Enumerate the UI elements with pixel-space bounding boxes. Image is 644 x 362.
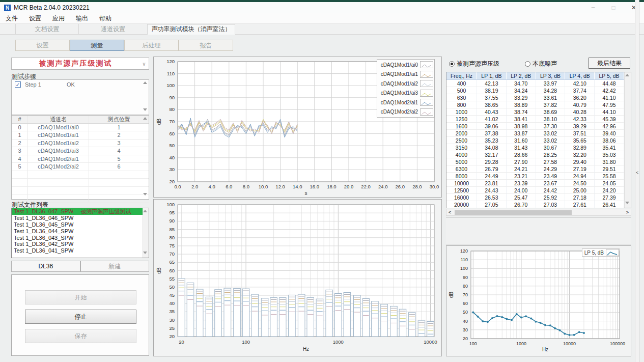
cell: 26.70: [507, 201, 536, 208]
scrollbar-thumb[interactable]: [455, 210, 572, 215]
svg-text:22.0: 22.0: [361, 184, 371, 189]
legend-entry: cDAQ1Mod1/ai1: [378, 70, 433, 79]
svg-text:80: 80: [169, 106, 175, 112]
scroll-up-icon[interactable]: [143, 117, 147, 120]
subtab-measure[interactable]: 测量: [70, 40, 124, 51]
svg-text:0.0: 0.0: [174, 184, 181, 189]
cell: 26.79: [477, 165, 507, 172]
menu-help[interactable]: 帮助: [94, 14, 117, 23]
column-header: LP 3, dB: [536, 72, 566, 79]
dl36-button[interactable]: DL36: [11, 261, 80, 272]
cell: [89, 179, 149, 186]
close-button[interactable]: ✕: [624, 2, 644, 13]
cell: 35.23: [477, 137, 507, 144]
svg-text:100: 100: [460, 266, 468, 271]
menu-output[interactable]: 输出: [70, 14, 94, 23]
list-item[interactable]: Test 1_DL36_042_SPW: [12, 241, 149, 247]
legend-label: cDAQ1Mod2/ai2: [378, 109, 420, 115]
main-tab-strip: 文档设置通道设置声功率测试模块（消声室法）: [0, 24, 644, 35]
table-row: 400032.1728.6628.2532.2035.03: [446, 151, 624, 158]
list-item[interactable]: Test 1_DL36_046_SPW: [12, 215, 149, 221]
channel-table: #通道名测点位置0cDAQ1Mod1/ai011cDAQ1Mod1/ai122c…: [11, 115, 149, 200]
list-item[interactable]: Test 1_DL36_047_SPW被测声源声压级测试: [12, 208, 149, 215]
svg-text:50: 50: [169, 143, 175, 148]
cell: 24.50: [565, 180, 595, 186]
menu-application[interactable]: 应用: [47, 14, 70, 23]
cell: 5000: [446, 158, 477, 165]
cell: 44.48: [595, 80, 624, 87]
test-type-combobox[interactable]: 被测声源声压级测试 ∨: [11, 58, 149, 70]
legend-label: cDAQ1Mod1/ai2: [378, 81, 420, 87]
chart-legend: LP 5, dB: [582, 248, 620, 257]
frequency-table-header: Freq., HzLP 1, dBLP 2, dBLP 3, dBLP 4, d…: [446, 72, 624, 80]
cell: 42.42: [595, 87, 624, 94]
list-item[interactable]: Test 1_DL36_045_SPW: [12, 221, 149, 228]
checkbox-icon[interactable]: ✓: [15, 81, 21, 88]
legend-swatch-icon: [420, 71, 433, 78]
cell: 3: [12, 147, 28, 155]
scroll-down-icon[interactable]: [143, 193, 147, 196]
maximize-button[interactable]: □: [603, 2, 624, 13]
scroll-right-icon[interactable]: >: [626, 210, 629, 215]
stop-button[interactable]: 停止: [25, 310, 136, 324]
panel-splitter[interactable]: <: [635, 0, 639, 362]
list-item[interactable]: Test 1_DL36_041_SPW: [12, 247, 149, 254]
menu-file[interactable]: 文件: [0, 14, 23, 23]
scroll-down-icon[interactable]: [625, 202, 629, 204]
start-button[interactable]: 开始: [25, 290, 136, 304]
cell: 34.70: [507, 80, 536, 87]
cell: 26.41: [595, 201, 624, 208]
svg-text:24.0: 24.0: [378, 184, 388, 189]
svg-text:60: 60: [169, 268, 175, 273]
table-row: 800024.4923.2123.4924.9425.58: [446, 173, 624, 180]
scroll-down-icon[interactable]: [143, 252, 147, 254]
svg-text:60: 60: [169, 131, 175, 136]
step-row[interactable]: ✓Step 1OK: [12, 80, 149, 89]
cell: 23.21: [507, 173, 536, 179]
cell: 33.02: [536, 137, 566, 144]
svg-text:40: 40: [169, 155, 175, 160]
subtab-setup[interactable]: 设置: [15, 40, 70, 51]
table-row: 125041.0238.4138.1042.3345.39: [446, 116, 624, 123]
radio-source-level[interactable]: 被测声源声压级: [449, 60, 499, 68]
svg-text:70: 70: [169, 119, 175, 124]
scroll-left-icon[interactable]: <: [449, 210, 451, 215]
scroll-up-icon[interactable]: [143, 81, 147, 84]
cell: [12, 179, 28, 186]
cell: 32.17: [477, 151, 507, 158]
svg-text:90: 90: [463, 275, 468, 280]
step-name: Step 1: [25, 81, 67, 88]
cell: 39.40: [595, 130, 624, 136]
menu-settings[interactable]: 设置: [23, 14, 47, 23]
minimize-button[interactable]: –: [583, 2, 603, 13]
subtab-report[interactable]: 报告: [179, 40, 233, 51]
file-name: Test 1_DL36_046_SPW: [14, 215, 73, 221]
cell: 26.53: [477, 194, 507, 201]
scroll-up-icon[interactable]: [143, 210, 147, 212]
new-button[interactable]: 新建: [80, 261, 150, 272]
table-row: 50038.1934.2434.2837.7442.42: [446, 87, 624, 94]
scroll-down-icon[interactable]: [143, 108, 147, 111]
tab-sound-power-module[interactable]: 声功率测试模块（消声室法）: [148, 24, 235, 35]
table-horizontal-scrollbar[interactable]: < >: [446, 209, 631, 216]
table-row: 63037.5533.2933.6136.2041.10: [446, 94, 624, 101]
tab-doc-settings[interactable]: 文档设置: [15, 24, 79, 35]
radio-unselected-icon: [525, 61, 530, 67]
save-button[interactable]: 保存: [25, 329, 136, 343]
radio-background-noise[interactable]: 本底噪声: [525, 60, 557, 68]
cell: [28, 179, 89, 186]
scroll-up-icon[interactable]: [625, 74, 629, 76]
file-list-scrollbar[interactable]: [143, 208, 149, 258]
tab-channel-settings[interactable]: 通道设置: [79, 24, 148, 35]
list-item[interactable]: Test 1_DL36_044_SPW: [12, 228, 149, 235]
cell: 39.29: [565, 123, 595, 129]
final-result-button[interactable]: 最后结果: [589, 58, 630, 69]
table-vertical-scrollbar[interactable]: [624, 72, 631, 208]
list-item[interactable]: Test 1_DL36_043_SPW: [12, 235, 149, 241]
file-name: Test 1_DL36_045_SPW: [14, 221, 73, 228]
cell: 30.67: [536, 144, 566, 151]
cell: 31.80: [595, 158, 624, 165]
legend-swatch-icon: [420, 90, 433, 97]
subtab-post-process[interactable]: 后处理: [124, 40, 179, 51]
svg-text:dB: dB: [449, 292, 454, 298]
